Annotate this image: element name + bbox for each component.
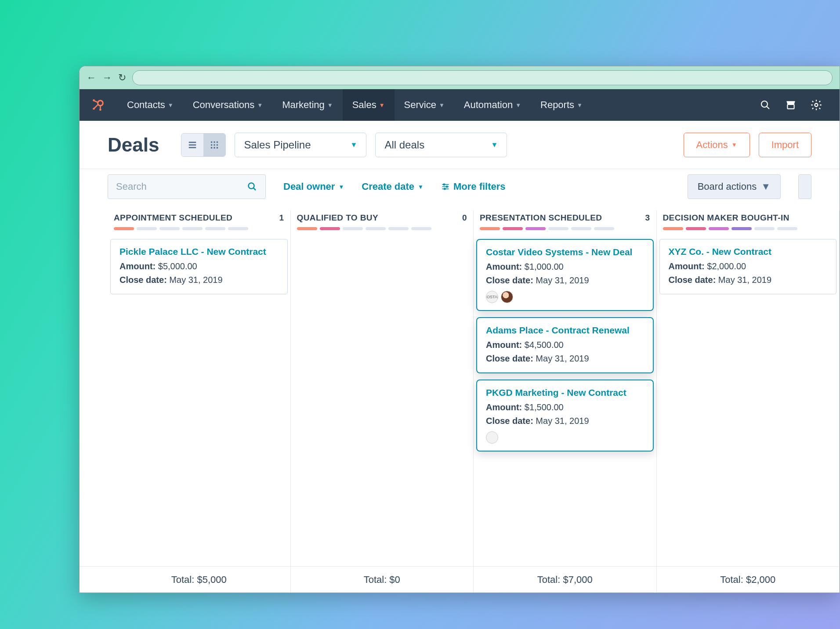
hubspot-logo-icon[interactable] xyxy=(90,98,105,112)
column-total: Total: $5,000 xyxy=(108,567,291,593)
column-count: 3 xyxy=(645,213,650,223)
progress-segment xyxy=(663,227,683,230)
progress-segment xyxy=(114,227,134,230)
card-amount: Amount: $5,000.00 xyxy=(119,260,279,273)
board-extra-button[interactable] xyxy=(798,174,811,199)
deal-card[interactable]: Adams Place - Contract RenewalAmount: $4… xyxy=(476,317,654,373)
svg-point-17 xyxy=(211,144,213,146)
nav-sales[interactable]: Sales▼ xyxy=(343,89,395,121)
deal-owner-filter[interactable]: Deal owner ▼ xyxy=(283,181,344,192)
caret-down-icon: ▼ xyxy=(327,102,333,108)
svg-rect-11 xyxy=(189,141,196,143)
board-view-button[interactable] xyxy=(203,134,225,156)
filter-row: Deal owner ▼ Create date ▼ More filters … xyxy=(80,169,840,204)
progress-segment xyxy=(159,227,180,230)
column-body[interactable]: Costar Video Systems - New DealAmount: $… xyxy=(474,230,656,566)
caret-down-icon: ▼ xyxy=(257,102,263,108)
svg-point-22 xyxy=(217,147,218,148)
card-amount: Amount: $1,500.00 xyxy=(486,401,644,414)
deal-card[interactable]: Costar Video Systems - New DealAmount: $… xyxy=(476,239,654,311)
card-title: XYZ Co. - New Contract xyxy=(669,246,828,257)
progress-segment xyxy=(594,227,614,230)
column-body[interactable]: XYZ Co. - New ContractAmount: $2,000.00C… xyxy=(657,230,840,566)
deals-filter-value: All deals xyxy=(384,139,424,151)
column-total: Total: $7,000 xyxy=(474,567,657,593)
nav-conversations[interactable]: Conversations▼ xyxy=(183,89,273,121)
column-body[interactable] xyxy=(291,230,474,566)
search-icon[interactable] xyxy=(759,98,772,112)
progress-segment xyxy=(411,227,431,230)
progress-segment xyxy=(228,227,248,230)
card-avatars: COSTAR xyxy=(486,291,644,303)
column-count: 1 xyxy=(279,213,284,223)
deal-card[interactable]: Pickle Palace LLC - New ContractAmount: … xyxy=(110,239,288,294)
avatar xyxy=(501,291,513,303)
caret-down-icon: ▼ xyxy=(418,184,424,190)
card-close-date: Close date: May 31, 2019 xyxy=(486,414,644,428)
progress-segment xyxy=(525,227,546,230)
nav-service[interactable]: Service▼ xyxy=(395,89,454,121)
progress-segment xyxy=(182,227,203,230)
more-filters[interactable]: More filters xyxy=(441,181,506,192)
nav-label: Automation xyxy=(464,99,513,111)
svg-point-20 xyxy=(211,147,213,148)
deal-card[interactable]: PKGD Marketing - New ContractAmount: $1,… xyxy=(476,380,654,452)
deals-filter-select[interactable]: All deals ▼ xyxy=(375,133,507,157)
board-actions-button[interactable]: Board actions ▼ xyxy=(688,174,781,199)
svg-line-24 xyxy=(253,188,256,190)
import-button[interactable]: Import xyxy=(759,133,811,157)
nav-label: Service xyxy=(404,99,436,111)
nav-automation[interactable]: Automation▼ xyxy=(454,89,531,121)
svg-point-7 xyxy=(761,101,768,107)
column-title: QUALIFIED TO BUY xyxy=(297,213,379,223)
svg-line-8 xyxy=(767,106,769,109)
card-close-date: Close date: May 31, 2019 xyxy=(119,273,279,287)
caret-down-icon: ▼ xyxy=(515,102,521,108)
kanban-column: APPOINTMENT SCHEDULED1Pickle Palace LLC … xyxy=(108,210,291,566)
search-box[interactable] xyxy=(108,174,266,199)
column-progress xyxy=(114,227,284,230)
progress-segment xyxy=(548,227,568,230)
nav-marketing[interactable]: Marketing▼ xyxy=(272,89,342,121)
settings-icon[interactable] xyxy=(810,98,823,112)
search-input[interactable] xyxy=(116,181,247,192)
back-icon[interactable]: ← xyxy=(87,72,96,83)
deal-card[interactable]: XYZ Co. - New ContractAmount: $2,000.00C… xyxy=(659,239,837,294)
column-progress xyxy=(297,227,467,230)
card-close-date: Close date: May 31, 2019 xyxy=(669,273,828,287)
list-view-button[interactable] xyxy=(181,134,203,156)
progress-segment xyxy=(297,227,317,230)
column-header: QUALIFIED TO BUY0 xyxy=(291,210,474,230)
column-header: APPOINTMENT SCHEDULED1 xyxy=(108,210,290,230)
caret-down-icon: ▼ xyxy=(577,102,583,108)
column-title: APPOINTMENT SCHEDULED xyxy=(114,213,232,223)
nav-contacts[interactable]: Contacts▼ xyxy=(117,89,183,121)
caret-down-icon: ▼ xyxy=(379,102,385,108)
board-actions-label: Board actions xyxy=(698,181,757,192)
forward-icon[interactable]: → xyxy=(102,72,112,83)
svg-line-5 xyxy=(94,104,99,108)
progress-segment xyxy=(731,227,752,230)
svg-point-28 xyxy=(443,184,445,185)
caret-down-icon: ▼ xyxy=(491,141,498,149)
progress-segment xyxy=(320,227,340,230)
column-body[interactable]: Pickle Palace LLC - New ContractAmount: … xyxy=(108,230,290,566)
create-date-filter[interactable]: Create date ▼ xyxy=(362,181,424,192)
card-amount: Amount: $4,500.00 xyxy=(486,338,644,352)
nav-reports[interactable]: Reports▼ xyxy=(531,89,592,121)
svg-point-29 xyxy=(446,186,448,187)
svg-point-30 xyxy=(444,188,445,189)
kanban-board: APPOINTMENT SCHEDULED1Pickle Palace LLC … xyxy=(80,204,840,566)
progress-segment xyxy=(709,227,729,230)
progress-segment xyxy=(686,227,706,230)
actions-button[interactable]: Actions ▼ xyxy=(684,133,750,157)
progress-segment xyxy=(366,227,386,230)
svg-point-18 xyxy=(214,144,216,146)
reload-icon[interactable]: ↻ xyxy=(118,72,126,83)
progress-segment xyxy=(137,227,157,230)
pipeline-select[interactable]: Sales Pipeline ▼ xyxy=(235,133,366,157)
url-bar[interactable] xyxy=(132,70,833,85)
marketplace-icon[interactable] xyxy=(784,98,797,112)
caret-down-icon: ▼ xyxy=(439,102,445,108)
sliders-icon xyxy=(441,182,450,191)
